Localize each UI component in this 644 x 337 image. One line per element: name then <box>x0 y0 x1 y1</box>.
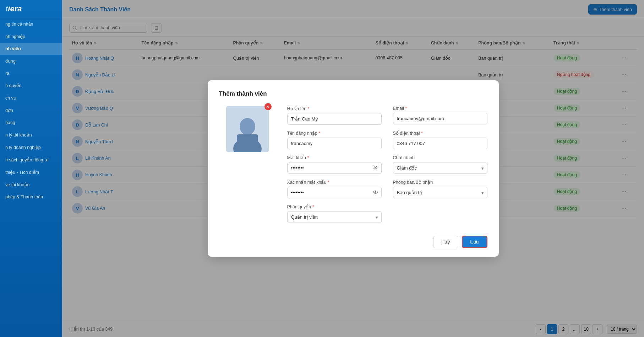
chuc-danh-label: Chức danh <box>393 155 487 160</box>
xac-nhan-mat-khau-input-wrap: 👁 <box>287 187 382 198</box>
sidebar-item-phan-quyen[interactable]: h quyền <box>0 79 62 92</box>
sidebar-item-thanh-toan[interactable]: phép & Thanh toán <box>0 191 62 203</box>
chuc-danh-group: Chức danh Giám đốc Trưởng phòng Nhân viê… <box>393 155 487 174</box>
form-pwd-section: Mật khẩu * 👁 Ch <box>287 155 487 180</box>
email-label: Email * <box>393 106 487 111</box>
sidebar-item-su-dung[interactable]: dụng <box>0 55 62 67</box>
form-top-section: Họ và tên * Email * <box>287 106 487 130</box>
email-group: Email * <box>393 106 487 125</box>
add-member-modal: Thêm thành viên ✕ <box>208 80 499 257</box>
xac-nhan-mat-khau-label: Xác nhận mật khẩu * <box>287 180 382 185</box>
xac-nhan-mat-khau-group: Xác nhận mật khẩu * 👁 <box>287 180 382 198</box>
eye-off-icon: 👁 <box>373 165 378 171</box>
sidebar-logo: tiera <box>0 0 62 18</box>
modal-avatar-section: ✕ <box>219 106 276 229</box>
avatar-image <box>230 113 265 152</box>
sidebar: tiera ng tin cá nhân nh nghiệp nh viên d… <box>0 0 62 337</box>
sidebar-item-don[interactable]: đơn <box>0 104 62 117</box>
save-button[interactable]: Lưu <box>462 236 487 248</box>
modal-title: Thêm thành viên <box>219 90 487 97</box>
phan-quyen-label: Phân quyền * <box>287 204 382 209</box>
sidebar-item-iera[interactable]: ra <box>0 67 62 79</box>
sidebar-item-hang[interactable]: hàng <box>0 117 62 129</box>
sidebar-item-chinh-sach[interactable]: h sách quyền riêng tư <box>0 154 62 166</box>
so-dien-thoai-group: Số điện thoại * <box>393 130 487 149</box>
so-dien-thoai-input[interactable] <box>393 138 487 149</box>
sidebar-item-kinh-nghiem[interactable]: nh nghiệp <box>0 30 62 43</box>
sidebar-item-tich-diem[interactable]: thiệu - Tích điểm <box>0 166 62 178</box>
email-input[interactable] <box>393 113 487 124</box>
modal-overlay: Thêm thành viên ✕ <box>62 0 644 337</box>
chuc-danh-select-wrap: Giám đốc Trưởng phòng Nhân viên <box>393 162 487 174</box>
phan-quyen-select[interactable]: Quản trị viên Thành viên <box>287 211 382 223</box>
cancel-button[interactable]: Huỷ <box>433 236 458 248</box>
avatar-upload-area[interactable]: ✕ <box>226 106 269 152</box>
xac-nhan-mat-khau-input[interactable] <box>288 187 370 198</box>
mat-khau-input-wrap: 👁 <box>287 162 382 174</box>
modal-body: ✕ Họ và tên * <box>219 106 487 229</box>
ho-va-ten-input[interactable] <box>287 113 382 125</box>
phong-ban-label: Phòng ban/Bộ phận <box>393 180 487 185</box>
sidebar-item-ve-tk[interactable]: ve tài khoản <box>0 178 62 191</box>
sidebar-item-dich-vu[interactable]: ch vụ <box>0 92 62 104</box>
logo-text: tiera <box>5 4 22 13</box>
mat-khau-input[interactable] <box>288 162 370 173</box>
phan-quyen-select-wrap: Quản trị viên Thành viên <box>287 211 382 223</box>
modal-footer: Huỷ Lưu <box>219 236 487 248</box>
xac-nhan-mat-khau-toggle[interactable]: 👁 <box>370 189 381 196</box>
phong-ban-select-wrap: Ban quản trị Marketing IT Kế toán Kho <box>393 187 487 198</box>
mat-khau-toggle[interactable]: 👁 <box>370 165 381 171</box>
svg-rect-4 <box>237 134 258 152</box>
sidebar-item-thanh-vien[interactable]: nh viên <box>0 43 62 55</box>
modal-form: Họ và tên * Email * <box>287 106 487 229</box>
so-dien-thoai-label: Số điện thoại * <box>393 130 487 136</box>
phong-ban-select[interactable]: Ban quản trị Marketing IT Kế toán Kho <box>393 187 487 198</box>
ho-va-ten-group: Họ và tên * <box>287 106 382 125</box>
ten-dang-nhap-label: Tên đăng nhập * <box>287 130 382 136</box>
ho-va-ten-label: Họ và tên * <box>287 106 382 111</box>
phan-quyen-group: Phân quyền * Quản trị viên Thành viên <box>287 204 382 223</box>
sidebar-item-thong-tin[interactable]: ng tin cá nhân <box>0 18 62 30</box>
main-content: Danh Sách Thành Viên ⊕ Thêm thành viên ⊟… <box>62 0 644 337</box>
eye-off-icon-2: 👁 <box>373 189 378 196</box>
form-mid-section: Tên đăng nhập * Số điện thoại * <box>287 130 487 155</box>
ten-dang-nhap-group: Tên đăng nhập * <box>287 130 382 149</box>
ten-dang-nhap-input[interactable] <box>287 138 382 149</box>
mat-khau-label: Mật khẩu * <box>287 155 382 160</box>
svg-point-2 <box>240 118 255 135</box>
avatar-remove-button[interactable]: ✕ <box>264 103 272 110</box>
mat-khau-group: Mật khẩu * 👁 <box>287 155 382 174</box>
form-confirm-pwd-section: Xác nhận mật khẩu * 👁 <box>287 180 487 204</box>
chuc-danh-select[interactable]: Giám đốc Trưởng phòng Nhân viên <box>393 162 487 174</box>
sidebar-item-quan-ly-tk[interactable]: n lý tài khoản <box>0 129 62 141</box>
sidebar-item-quan-ly-dn[interactable]: n lý doanh nghiệp <box>0 141 62 154</box>
phong-ban-group: Phòng ban/Bộ phận Ban quản trị Marketing… <box>393 180 487 198</box>
